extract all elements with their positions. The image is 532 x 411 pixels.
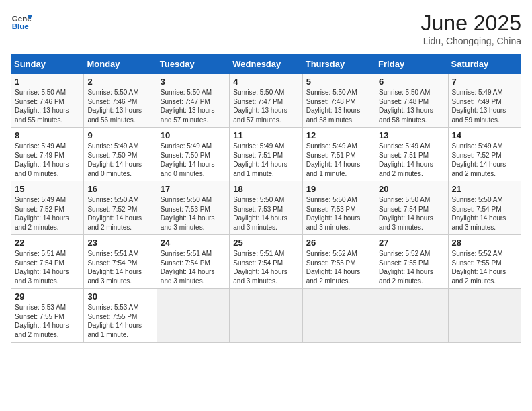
day-number: 15: [15, 184, 80, 194]
day-info: Sunrise: 5:51 AMSunset: 7:54 PMDaylight:…: [233, 249, 298, 285]
day-number: 11: [233, 130, 298, 140]
day-info: Sunrise: 5:50 AMSunset: 7:46 PMDaylight:…: [15, 88, 80, 124]
weekday-header-tuesday: Tuesday: [157, 55, 229, 74]
day-info: Sunrise: 5:49 AMSunset: 7:49 PMDaylight:…: [15, 142, 80, 178]
day-number: 23: [87, 238, 152, 248]
calendar-week-4: 22Sunrise: 5:51 AMSunset: 7:54 PMDayligh…: [11, 235, 521, 289]
calendar-cell: 2Sunrise: 5:50 AMSunset: 7:46 PMDaylight…: [84, 74, 157, 128]
day-number: 9: [87, 130, 152, 140]
day-info: Sunrise: 5:49 AMSunset: 7:50 PMDaylight:…: [87, 142, 152, 178]
calendar-table: SundayMondayTuesdayWednesdayThursdayFrid…: [11, 54, 521, 342]
calendar-cell: 8Sunrise: 5:49 AMSunset: 7:49 PMDaylight…: [11, 128, 84, 181]
location-subtitle: Lidu, Chongqing, China: [421, 36, 521, 46]
calendar-cell: 29Sunrise: 5:53 AMSunset: 7:55 PMDayligh…: [11, 289, 84, 342]
calendar-cell: 25Sunrise: 5:51 AMSunset: 7:54 PMDayligh…: [230, 235, 302, 289]
day-info: Sunrise: 5:50 AMSunset: 7:53 PMDaylight:…: [306, 195, 371, 232]
calendar-cell: 3Sunrise: 5:50 AMSunset: 7:47 PMDaylight…: [157, 74, 229, 128]
day-info: Sunrise: 5:49 AMSunset: 7:51 PMDaylight:…: [233, 142, 298, 178]
calendar-cell: 4Sunrise: 5:50 AMSunset: 7:47 PMDaylight…: [230, 74, 302, 128]
calendar-cell: 27Sunrise: 5:52 AMSunset: 7:55 PMDayligh…: [375, 235, 448, 289]
calendar-cell: 23Sunrise: 5:51 AMSunset: 7:54 PMDayligh…: [84, 235, 157, 289]
calendar-cell: 26Sunrise: 5:52 AMSunset: 7:55 PMDayligh…: [302, 235, 375, 289]
day-number: 28: [452, 238, 517, 248]
weekday-header-wednesday: Wednesday: [230, 55, 302, 74]
calendar-cell: 13Sunrise: 5:49 AMSunset: 7:51 PMDayligh…: [375, 128, 448, 181]
day-number: 30: [87, 291, 152, 302]
day-number: 25: [233, 238, 298, 248]
day-info: Sunrise: 5:51 AMSunset: 7:54 PMDaylight:…: [87, 249, 152, 285]
weekday-header-thursday: Thursday: [302, 55, 375, 74]
day-info: Sunrise: 5:50 AMSunset: 7:48 PMDaylight:…: [379, 88, 444, 124]
day-number: 14: [452, 130, 517, 140]
calendar-cell: [302, 289, 375, 342]
calendar-cell: [375, 289, 448, 342]
day-number: 8: [15, 130, 80, 140]
day-number: 20: [379, 184, 444, 194]
calendar-week-5: 29Sunrise: 5:53 AMSunset: 7:55 PMDayligh…: [11, 289, 521, 342]
calendar-cell: 7Sunrise: 5:49 AMSunset: 7:49 PMDaylight…: [448, 74, 521, 128]
calendar-cell: 16Sunrise: 5:50 AMSunset: 7:52 PMDayligh…: [84, 181, 157, 235]
calendar-cell: 1Sunrise: 5:50 AMSunset: 7:46 PMDaylight…: [11, 74, 84, 128]
day-number: 3: [161, 77, 226, 87]
day-info: Sunrise: 5:49 AMSunset: 7:51 PMDaylight:…: [306, 142, 371, 178]
calendar-cell: [230, 289, 302, 342]
day-number: 16: [87, 184, 152, 194]
logo-icon: General Blue: [11, 11, 32, 32]
day-info: Sunrise: 5:50 AMSunset: 7:47 PMDaylight:…: [161, 88, 226, 124]
day-number: 6: [379, 77, 444, 87]
day-info: Sunrise: 5:53 AMSunset: 7:55 PMDaylight:…: [15, 303, 80, 339]
day-info: Sunrise: 5:49 AMSunset: 7:50 PMDaylight:…: [161, 142, 226, 178]
day-number: 22: [15, 238, 80, 248]
day-number: 2: [87, 77, 152, 87]
month-year-title: June 2025: [421, 11, 521, 36]
calendar-cell: 30Sunrise: 5:53 AMSunset: 7:55 PMDayligh…: [84, 289, 157, 342]
calendar-cell: 20Sunrise: 5:50 AMSunset: 7:54 PMDayligh…: [375, 181, 448, 235]
day-info: Sunrise: 5:51 AMSunset: 7:54 PMDaylight:…: [15, 249, 80, 285]
calendar-week-2: 8Sunrise: 5:49 AMSunset: 7:49 PMDaylight…: [11, 128, 521, 181]
day-number: 10: [161, 130, 226, 140]
calendar-cell: 9Sunrise: 5:49 AMSunset: 7:50 PMDaylight…: [84, 128, 157, 181]
title-block: June 2025 Lidu, Chongqing, China: [421, 11, 521, 46]
weekday-header-monday: Monday: [84, 55, 157, 74]
day-info: Sunrise: 5:50 AMSunset: 7:53 PMDaylight:…: [233, 195, 298, 232]
calendar-cell: 6Sunrise: 5:50 AMSunset: 7:48 PMDaylight…: [375, 74, 448, 128]
day-info: Sunrise: 5:52 AMSunset: 7:55 PMDaylight:…: [306, 249, 371, 285]
day-info: Sunrise: 5:50 AMSunset: 7:52 PMDaylight:…: [87, 195, 152, 232]
logo: General Blue: [11, 11, 32, 32]
day-number: 17: [161, 184, 226, 194]
calendar-cell: 19Sunrise: 5:50 AMSunset: 7:53 PMDayligh…: [302, 181, 375, 235]
calendar-cell: 12Sunrise: 5:49 AMSunset: 7:51 PMDayligh…: [302, 128, 375, 181]
day-number: 21: [452, 184, 517, 194]
weekday-header-row: SundayMondayTuesdayWednesdayThursdayFrid…: [11, 55, 521, 74]
calendar-cell: 10Sunrise: 5:49 AMSunset: 7:50 PMDayligh…: [157, 128, 229, 181]
day-info: Sunrise: 5:49 AMSunset: 7:51 PMDaylight:…: [379, 142, 444, 178]
day-number: 13: [379, 130, 444, 140]
day-info: Sunrise: 5:50 AMSunset: 7:54 PMDaylight:…: [452, 195, 517, 232]
day-info: Sunrise: 5:49 AMSunset: 7:49 PMDaylight:…: [452, 88, 517, 124]
day-number: 4: [233, 77, 298, 87]
day-info: Sunrise: 5:52 AMSunset: 7:55 PMDaylight:…: [379, 249, 444, 285]
day-number: 27: [379, 238, 444, 248]
day-info: Sunrise: 5:51 AMSunset: 7:54 PMDaylight:…: [161, 249, 226, 285]
calendar-cell: 21Sunrise: 5:50 AMSunset: 7:54 PMDayligh…: [448, 181, 521, 235]
day-number: 5: [306, 77, 371, 87]
day-info: Sunrise: 5:49 AMSunset: 7:52 PMDaylight:…: [15, 195, 80, 232]
page-header: General Blue June 2025 Lidu, Chongqing, …: [11, 11, 521, 46]
calendar-cell: [157, 289, 229, 342]
day-info: Sunrise: 5:52 AMSunset: 7:55 PMDaylight:…: [452, 249, 517, 285]
day-number: 26: [306, 238, 371, 248]
calendar-body: 1Sunrise: 5:50 AMSunset: 7:46 PMDaylight…: [11, 74, 521, 342]
calendar-cell: 14Sunrise: 5:49 AMSunset: 7:52 PMDayligh…: [448, 128, 521, 181]
day-number: 12: [306, 130, 371, 140]
calendar-cell: 18Sunrise: 5:50 AMSunset: 7:53 PMDayligh…: [230, 181, 302, 235]
calendar-week-3: 15Sunrise: 5:49 AMSunset: 7:52 PMDayligh…: [11, 181, 521, 235]
calendar-cell: 15Sunrise: 5:49 AMSunset: 7:52 PMDayligh…: [11, 181, 84, 235]
weekday-header-sunday: Sunday: [11, 55, 84, 74]
day-number: 18: [233, 184, 298, 194]
day-number: 29: [15, 291, 80, 302]
svg-text:Blue: Blue: [12, 22, 30, 30]
calendar-cell: 5Sunrise: 5:50 AMSunset: 7:48 PMDaylight…: [302, 74, 375, 128]
calendar-cell: 11Sunrise: 5:49 AMSunset: 7:51 PMDayligh…: [230, 128, 302, 181]
calendar-cell: 28Sunrise: 5:52 AMSunset: 7:55 PMDayligh…: [448, 235, 521, 289]
calendar-cell: 24Sunrise: 5:51 AMSunset: 7:54 PMDayligh…: [157, 235, 229, 289]
